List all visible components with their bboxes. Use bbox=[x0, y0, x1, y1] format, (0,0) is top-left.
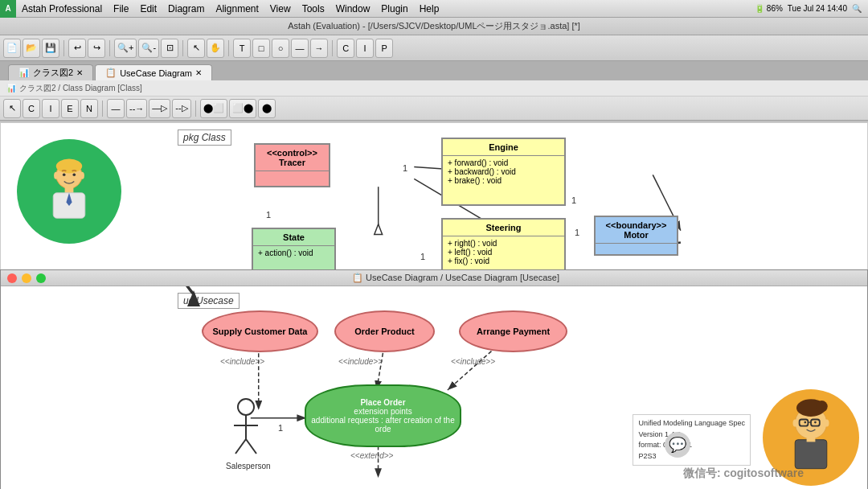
supply-customer-ellipse[interactable]: Supply Customer Data bbox=[202, 310, 318, 352]
tab-close2[interactable]: ✕ bbox=[195, 68, 202, 77]
order-product-ellipse[interactable]: Order Product bbox=[334, 310, 435, 352]
new-btn[interactable]: 📄 bbox=[3, 39, 21, 58]
text-btn[interactable]: T bbox=[233, 39, 251, 58]
tab-label: クラス図2 bbox=[33, 67, 73, 79]
supply-label: Supply Customer Data bbox=[213, 327, 308, 336]
minimize-dot[interactable] bbox=[22, 273, 31, 283]
menu-view[interactable]: View bbox=[264, 0, 297, 18]
state-box[interactable]: State + action() : void bbox=[252, 228, 336, 272]
align-top-btn[interactable]: ⬤ bbox=[258, 99, 276, 118]
uml-info-box: Unified Modeling Language Spec Version 1… bbox=[633, 414, 751, 466]
pkg-class-label: pkg Class bbox=[178, 129, 231, 146]
arrange-payment-ellipse[interactable]: Arrange Payment bbox=[459, 310, 567, 352]
menu-plugin[interactable]: Plugin bbox=[375, 0, 413, 18]
svg-point-41 bbox=[825, 420, 829, 427]
separator5 bbox=[332, 40, 333, 56]
class-diagram-window: pkg Class bbox=[0, 122, 868, 283]
select2-btn[interactable]: ↖ bbox=[3, 99, 21, 118]
engine-title: Engine bbox=[443, 139, 564, 156]
menu-help[interactable]: Help bbox=[414, 0, 445, 18]
class-btn[interactable]: C bbox=[337, 39, 354, 58]
title-text: Astah (Evaluation) - [/Users/SJCV/Deskto… bbox=[288, 20, 580, 32]
num-label-4: 1 bbox=[571, 195, 576, 205]
enum-btn[interactable]: E bbox=[61, 99, 79, 118]
undo-btn[interactable]: ↩ bbox=[68, 39, 86, 58]
align-left-btn[interactable]: ⬤⬜ bbox=[200, 99, 227, 118]
search-icon[interactable]: 🔍 bbox=[852, 4, 862, 13]
rect-btn[interactable]: □ bbox=[252, 39, 270, 58]
salesperson-label: Salesperson bbox=[226, 462, 271, 471]
place-order-ellipse[interactable]: Place Order extension points additional … bbox=[305, 384, 461, 447]
svg-point-40 bbox=[793, 420, 797, 427]
svg-point-8 bbox=[80, 172, 84, 179]
class2-btn[interactable]: C bbox=[23, 99, 40, 118]
dep-btn[interactable]: --→ bbox=[126, 99, 147, 118]
num-label-1: 1 bbox=[403, 163, 407, 173]
select-btn[interactable]: ↖ bbox=[187, 39, 205, 58]
svg-point-32 bbox=[816, 401, 827, 412]
breadcrumb-icon: 📊 bbox=[6, 84, 16, 92]
menu-edit[interactable]: Edit bbox=[134, 0, 162, 18]
ellipse-btn[interactable]: ○ bbox=[272, 39, 289, 58]
line-btn[interactable]: — bbox=[291, 39, 309, 58]
gen-btn[interactable]: —▷ bbox=[149, 99, 170, 118]
arrange-label: Arrange Payment bbox=[477, 327, 550, 336]
interface-btn[interactable]: I bbox=[356, 39, 374, 58]
tab-usecase-diagram[interactable]: 📋 UseCase Diagram ✕ bbox=[95, 64, 212, 80]
svg-point-7 bbox=[54, 172, 58, 179]
note-btn[interactable]: N bbox=[80, 99, 98, 118]
menu-alignment[interactable]: Alignment bbox=[210, 0, 264, 18]
num-label-2: 1 bbox=[266, 210, 271, 220]
person-avatar-svg bbox=[33, 155, 105, 228]
separator bbox=[63, 40, 64, 56]
svg-line-29 bbox=[246, 439, 256, 454]
svg-point-39 bbox=[814, 421, 817, 424]
zoom-in-btn[interactable]: 🔍+ bbox=[114, 39, 137, 58]
close-dot[interactable] bbox=[7, 273, 17, 283]
maximize-dot[interactable] bbox=[36, 273, 46, 283]
redo-btn[interactable]: ↪ bbox=[88, 39, 105, 58]
usecase-canvas[interactable]: uc Usecase bbox=[1, 286, 867, 489]
menu-tools[interactable]: Tools bbox=[297, 0, 330, 18]
engine-box[interactable]: Engine + forward() : void + backward() :… bbox=[441, 138, 566, 206]
real-btn[interactable]: --▷ bbox=[172, 99, 190, 118]
state-body: + action() : void bbox=[253, 246, 334, 260]
motor-box[interactable]: <<boundary>>Motor bbox=[594, 216, 678, 256]
include-label-2: <<include>> bbox=[338, 357, 383, 366]
fit-btn[interactable]: ⊡ bbox=[161, 39, 178, 58]
tab-row: 📊 クラス図2 ✕ 📋 UseCase Diagram ✕ bbox=[0, 61, 868, 80]
menu-app-name[interactable]: Astah Professional bbox=[16, 0, 108, 18]
wechat-icon: 💬 bbox=[665, 432, 690, 458]
include-label-1: <<include>> bbox=[220, 357, 264, 366]
svg-point-6 bbox=[73, 174, 76, 177]
pkg-btn[interactable]: P bbox=[375, 39, 393, 58]
interface2-btn[interactable]: I bbox=[42, 99, 59, 118]
separator6 bbox=[102, 101, 103, 117]
zoom-out-btn[interactable]: 🔍- bbox=[138, 39, 159, 58]
svg-point-38 bbox=[804, 421, 806, 424]
hand-btn[interactable]: ✋ bbox=[207, 39, 224, 58]
svg-rect-37 bbox=[807, 438, 816, 442]
breadcrumb-text: クラス図2 / Class Diagram [Class] bbox=[19, 83, 142, 94]
assoc-btn[interactable]: — bbox=[107, 99, 125, 118]
time-display: Tue Jul 24 14:40 bbox=[788, 4, 847, 13]
menu-file[interactable]: File bbox=[108, 0, 134, 18]
tab-close[interactable]: ✕ bbox=[76, 68, 83, 77]
arrow-btn[interactable]: → bbox=[310, 39, 328, 58]
uc-usecase-label: uc Usecase bbox=[178, 293, 240, 309]
menu-diagram[interactable]: Diagram bbox=[162, 0, 210, 18]
salesperson-svg bbox=[226, 397, 266, 462]
num-label-salesperson: 1 bbox=[278, 423, 283, 433]
class-diagram-canvas[interactable]: pkg Class bbox=[1, 123, 867, 282]
tracer-box[interactable]: <<control>>Tracer bbox=[254, 143, 330, 187]
menu-window[interactable]: Window bbox=[330, 0, 376, 18]
tab-class-diagram[interactable]: 📊 クラス図2 ✕ bbox=[8, 64, 93, 80]
open-btn[interactable]: 📂 bbox=[23, 39, 40, 58]
tab-label2: UseCase Diagram bbox=[120, 68, 192, 78]
usecase-diagram-window: 📋 UseCase Diagram / UseCase Diagram [Use… bbox=[0, 269, 868, 489]
align-right-btn[interactable]: ⬜⬤ bbox=[229, 99, 256, 118]
separator3 bbox=[182, 40, 183, 56]
save-btn[interactable]: 💾 bbox=[42, 39, 59, 58]
toolbar-secondary: ↖ C I E N — --→ —▷ --▷ ⬤⬜ ⬜⬤ ⬤ bbox=[0, 97, 868, 121]
svg-rect-36 bbox=[795, 440, 827, 469]
